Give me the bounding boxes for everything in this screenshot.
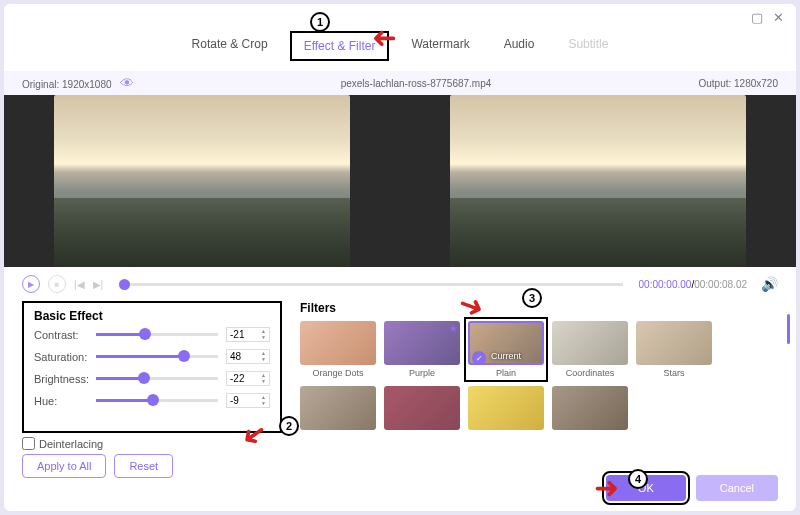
value-input[interactable]: 48▲▼ xyxy=(226,349,270,364)
filter-item-6[interactable] xyxy=(384,386,460,433)
close-icon[interactable]: ✕ xyxy=(773,10,784,25)
next-frame-button[interactable]: ▶| xyxy=(93,279,104,290)
time-duration: 00:00:08.02 xyxy=(694,279,747,290)
output-resolution: Output: 1280x720 xyxy=(698,78,778,89)
filename: pexels-lachlan-ross-8775687.mp4 xyxy=(341,78,492,89)
filter-name: Purple xyxy=(384,368,460,378)
basic-effect-title: Basic Effect xyxy=(34,309,270,323)
filter-name: Stars xyxy=(636,368,712,378)
filter-Coordinates[interactable]: Coordinates xyxy=(552,321,628,378)
filter-item-8[interactable] xyxy=(552,386,628,433)
prev-frame-button[interactable]: |◀ xyxy=(74,279,85,290)
filter-item-7[interactable] xyxy=(468,386,544,433)
maximize-icon[interactable]: ▢ xyxy=(751,10,763,25)
arrow-4: ➜ xyxy=(594,470,619,505)
cancel-button[interactable]: Cancel xyxy=(696,475,778,501)
play-button[interactable]: ▶ xyxy=(22,275,40,293)
reset-button[interactable]: Reset xyxy=(114,454,173,478)
slider-label: Hue: xyxy=(34,395,96,407)
callout-4: 4 xyxy=(628,469,648,489)
slider-contrast[interactable] xyxy=(96,333,218,336)
volume-icon[interactable]: 🔊 xyxy=(761,276,778,292)
star-icon: ★ xyxy=(449,323,458,334)
apply-all-button[interactable]: Apply to All xyxy=(22,454,106,478)
slider-saturation[interactable] xyxy=(96,355,218,358)
filter-Plain[interactable]: Current✓Plain xyxy=(468,321,544,378)
value-input[interactable]: -21▲▼ xyxy=(226,327,270,342)
arrow-1: ➜ xyxy=(372,22,397,57)
eye-icon[interactable]: 👁 xyxy=(120,75,134,91)
value-input[interactable]: -22▲▼ xyxy=(226,371,270,386)
filter-name: Orange Dots xyxy=(300,368,376,378)
stop-button[interactable]: ■ xyxy=(48,275,66,293)
preview-output xyxy=(450,95,746,267)
filter-item-5[interactable] xyxy=(300,386,376,433)
slider-hue[interactable] xyxy=(96,399,218,402)
filter-Purple[interactable]: ★Purple xyxy=(384,321,460,378)
preview-area xyxy=(4,95,796,267)
tab-watermark[interactable]: Watermark xyxy=(399,31,481,61)
slider-label: Brightness: xyxy=(34,373,96,385)
original-resolution: Original: 1920x1080 xyxy=(22,79,112,90)
time-current: 00:00:00.00 xyxy=(639,279,692,290)
slider-label: Saturation: xyxy=(34,351,96,363)
callout-2: 2 xyxy=(279,416,299,436)
tab-subtitle: Subtitle xyxy=(556,31,620,61)
tab-rotate-crop[interactable]: Rotate & Crop xyxy=(180,31,280,61)
filter-name: Coordinates xyxy=(552,368,628,378)
preview-original xyxy=(54,95,350,267)
filter-Orange Dots[interactable]: Orange Dots xyxy=(300,321,376,378)
slider-label: Contrast: xyxy=(34,329,96,341)
tab-audio[interactable]: Audio xyxy=(492,31,547,61)
deinterlacing-checkbox[interactable]: Deinterlacing xyxy=(22,437,778,450)
callout-1: 1 xyxy=(310,12,330,32)
filter-Stars[interactable]: Stars xyxy=(636,321,712,378)
filters-scrollbar[interactable] xyxy=(787,314,790,344)
check-icon: ✓ xyxy=(472,351,486,365)
value-input[interactable]: -9▲▼ xyxy=(226,393,270,408)
filter-name: Plain xyxy=(468,368,544,378)
basic-effect-panel: Basic Effect Contrast: -21▲▼Saturation: … xyxy=(22,301,282,433)
callout-3: 3 xyxy=(522,288,542,308)
progress-bar[interactable] xyxy=(119,283,622,286)
slider-brightness[interactable] xyxy=(96,377,218,380)
